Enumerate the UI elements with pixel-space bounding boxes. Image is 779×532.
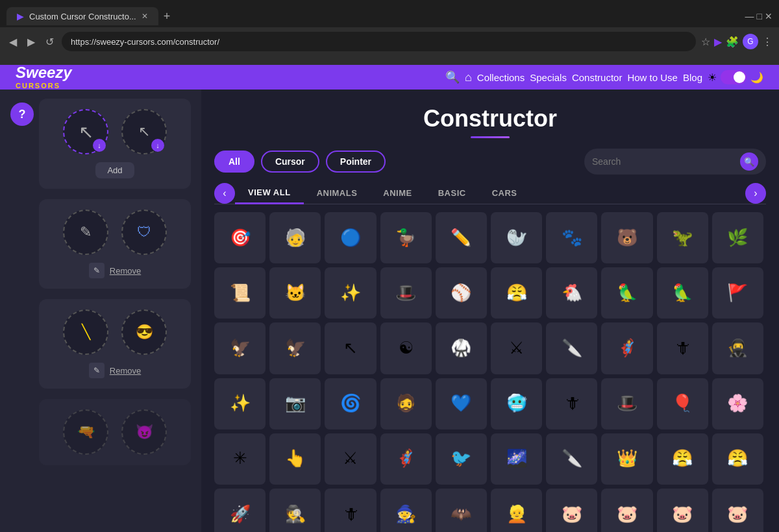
cursor-cell[interactable]: 🧔 (380, 378, 432, 429)
filter-cursor-button[interactable]: Cursor (261, 151, 319, 173)
cursor-cell[interactable]: 🦅 (269, 322, 321, 374)
cursor-cell[interactable]: 🐷 (546, 489, 597, 532)
close-button[interactable]: ✕ (765, 11, 773, 21)
filter-pointer-button[interactable]: Pointer (326, 151, 386, 173)
remove-button-2[interactable]: Remove (110, 266, 141, 276)
browser-tab[interactable]: ▶ Custom Cursor Constructo... ✕ (6, 7, 158, 25)
nav-blog[interactable]: Blog (683, 72, 702, 83)
cursor-cell[interactable]: 🥶 (491, 378, 542, 429)
cursor-cell[interactable]: 🦸 (380, 433, 432, 485)
cursor-cell[interactable]: 🦜 (657, 267, 708, 319)
cursor-cell[interactable]: 🎯 (214, 212, 266, 263)
maximize-button[interactable]: □ (757, 11, 762, 21)
cursor-cell[interactable]: 🦜 (601, 267, 652, 319)
logo[interactable]: Sweezy CURSORS (16, 65, 72, 90)
nav-constructor[interactable]: Constructor (572, 72, 623, 83)
url-bar[interactable] (62, 32, 696, 51)
cursor-cell[interactable]: 😤 (712, 433, 763, 485)
cursor-cell[interactable]: 🚩 (712, 267, 763, 319)
theme-switch[interactable] (721, 70, 747, 84)
cursor-cell[interactable]: ✏️ (436, 212, 487, 263)
bookmark-button[interactable]: ☆ (701, 36, 710, 48)
cursor-cell[interactable]: ✨ (325, 267, 376, 319)
cursor-cell[interactable]: 🧙 (380, 489, 432, 532)
cursor-cell[interactable]: 🥷 (712, 322, 763, 374)
cursor-cell[interactable]: 😤 (657, 433, 708, 485)
cursor-cell[interactable]: 🐔 (546, 267, 597, 319)
cursor-cell[interactable]: 🥋 (436, 322, 487, 374)
new-tab-button[interactable]: + (158, 7, 176, 26)
cursor-cell[interactable]: 💙 (436, 378, 487, 429)
cursor-slot-1-pointer[interactable]: ↖ ↓ (121, 109, 167, 154)
cursor-cell[interactable]: 🐷 (601, 489, 652, 532)
cursor-cell[interactable]: ⚾ (436, 267, 487, 319)
cursor-cell[interactable]: 🗡 (546, 378, 597, 429)
cursor-cell[interactable]: 🗡 (325, 489, 376, 532)
cursor-cell[interactable]: 🦸 (601, 322, 652, 374)
cursor-cell[interactable]: 🌀 (325, 378, 376, 429)
cursor-cell[interactable]: 🔵 (325, 212, 376, 263)
cursor-cell[interactable]: 🌌 (491, 433, 542, 485)
cursor-cell[interactable]: 🦖 (657, 212, 708, 263)
tab-anime[interactable]: ANIME (370, 183, 425, 203)
cursor-cell[interactable]: 🦇 (436, 489, 487, 532)
add-button[interactable]: Add (95, 162, 134, 178)
back-button[interactable]: ◀ (6, 34, 19, 49)
tab-cars[interactable]: CARS (479, 183, 530, 203)
slot-edit-btn-2[interactable]: ✎ (89, 263, 105, 278)
cursor-cell[interactable]: 🌿 (712, 212, 763, 263)
help-button[interactable]: ? (10, 103, 34, 126)
cursor-cell[interactable]: 🐦 (436, 433, 487, 485)
cursor-cell[interactable]: 🦭 (491, 212, 542, 263)
cursor-slot-3-pointer[interactable]: 😎 (121, 309, 167, 355)
cursor-cell[interactable]: 🕵 (269, 489, 321, 532)
cursor-cell[interactable]: 🎈 (657, 378, 708, 429)
cursor-cell[interactable]: ↖ (325, 322, 376, 374)
nav-how-to-use[interactable]: How to Use (627, 72, 678, 83)
search-input[interactable] (592, 156, 735, 167)
cursor-slot-3-cursor[interactable]: ╲ (63, 309, 108, 355)
extensions-button[interactable]: 🧩 (726, 36, 739, 48)
cursor-slot-4-cursor[interactable]: 🔫 (63, 409, 108, 455)
nav-specials[interactable]: Specials (530, 72, 567, 83)
slot-edit-btn-3[interactable]: ✎ (89, 363, 105, 378)
categories-next-button[interactable]: › (745, 183, 766, 204)
cursor-cell[interactable]: ⚔ (325, 433, 376, 485)
cursor-cell[interactable]: 😤 (491, 267, 542, 319)
cursor-cell[interactable]: 👑 (601, 433, 652, 485)
cursor-cell[interactable]: 📜 (214, 267, 266, 319)
remove-button-3[interactable]: Remove (110, 366, 141, 376)
profile-button[interactable]: G (743, 34, 758, 49)
cursor-cell[interactable]: 👱 (491, 489, 542, 532)
forward-button[interactable]: ▶ (25, 34, 38, 49)
cursor-cell[interactable]: 🐾 (546, 212, 597, 263)
sweezy-ext-icon[interactable]: ▶ (714, 36, 722, 48)
tab-basic[interactable]: BASIC (425, 183, 479, 203)
cursor-cell[interactable]: 🗡 (657, 322, 708, 374)
home-nav-icon[interactable]: ⌂ (465, 71, 472, 84)
search-nav-icon[interactable]: 🔍 (445, 70, 460, 84)
cursor-cell[interactable]: 🐱 (269, 267, 321, 319)
cursor-cell[interactable]: 🐷 (657, 489, 708, 532)
refresh-button[interactable]: ↺ (43, 34, 56, 49)
nav-collections[interactable]: Collections (477, 72, 525, 83)
cursor-cell[interactable]: 📷 (269, 378, 321, 429)
menu-button[interactable]: ⋮ (762, 36, 773, 48)
cursor-cell[interactable]: 🐷 (712, 489, 763, 532)
tab-animals[interactable]: ANIMALS (304, 183, 371, 203)
cursor-cell[interactable]: 🦅 (214, 322, 266, 374)
cursor-cell[interactable]: 🔪 (546, 322, 597, 374)
cursor-cell[interactable]: ⚔ (491, 322, 542, 374)
filter-all-button[interactable]: All (214, 151, 254, 173)
cursor-cell[interactable]: 🌸 (712, 378, 763, 429)
cursor-cell[interactable]: 🐻 (601, 212, 652, 263)
minimize-button[interactable]: — (745, 11, 754, 21)
cursor-cell[interactable]: ✨ (214, 378, 266, 429)
cursor-slot-1-cursor[interactable]: ↖ ↓ (63, 109, 108, 154)
cursor-slot-4-pointer[interactable]: 😈 (121, 409, 167, 455)
cursor-slot-2-cursor[interactable]: ✎ (63, 210, 108, 255)
cursor-cell[interactable]: 🧓 (269, 212, 321, 263)
cursor-cell[interactable]: 🔪 (546, 433, 597, 485)
cursor-cell[interactable]: ☯ (380, 322, 432, 374)
cursor-cell[interactable]: 🎩 (380, 267, 432, 319)
